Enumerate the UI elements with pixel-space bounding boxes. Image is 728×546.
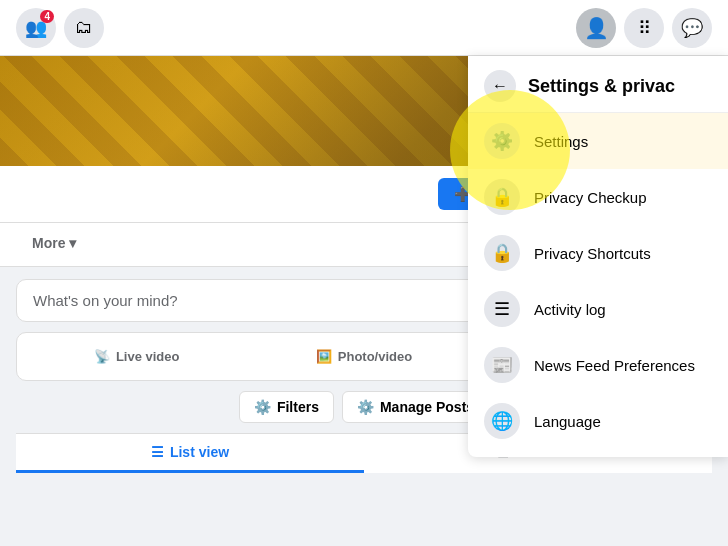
sliders-icon: ⚙️ bbox=[254, 399, 271, 415]
manage-posts-button[interactable]: ⚙️ Manage Posts bbox=[342, 391, 489, 423]
photo-video-button[interactable]: 🖼️ Photo/video bbox=[252, 341, 475, 372]
activity-log-item[interactable]: ☰ Activity log bbox=[468, 281, 728, 337]
settings-icon: ⚙️ bbox=[484, 123, 520, 159]
list-view-button[interactable]: ☰ List view bbox=[16, 434, 364, 473]
photo-icon: 🖼️ bbox=[316, 349, 332, 364]
live-video-button[interactable]: 📡 Live video bbox=[25, 341, 248, 372]
apps-icon[interactable]: ⠿ bbox=[624, 8, 664, 48]
tab-more[interactable]: More ▾ bbox=[16, 223, 92, 266]
privacy-checkup-icon: 🔒 bbox=[484, 179, 520, 215]
messenger-icon[interactable]: 💬 bbox=[672, 8, 712, 48]
top-nav: 👥 4 🗂 👤 ⠿ 💬 bbox=[0, 0, 728, 56]
dropdown-header: ← Settings & privac bbox=[468, 56, 728, 113]
chevron-down-icon: ▾ bbox=[69, 235, 76, 251]
nav-right: 👤 ⠿ 💬 bbox=[576, 8, 712, 48]
news-feed-icon: 📰 bbox=[484, 347, 520, 383]
dropdown-back-button[interactable]: ← bbox=[484, 70, 516, 102]
dropdown-title: Settings & privac bbox=[528, 76, 675, 97]
language-icon: 🌐 bbox=[484, 403, 520, 439]
avatar-blurred[interactable]: 👤 bbox=[576, 8, 616, 48]
notifications-icon[interactable]: 👥 4 bbox=[16, 8, 56, 48]
notification-badge: 4 bbox=[40, 10, 54, 23]
privacy-shortcuts-icon: 🔒 bbox=[484, 235, 520, 271]
list-icon: ☰ bbox=[151, 444, 164, 460]
language-item[interactable]: 🌐 Language bbox=[468, 393, 728, 449]
menu-icon[interactable]: 🗂 bbox=[64, 8, 104, 48]
activity-log-icon: ☰ bbox=[484, 291, 520, 327]
live-icon: 📡 bbox=[94, 349, 110, 364]
news-feed-preferences-item[interactable]: 📰 News Feed Preferences bbox=[468, 337, 728, 393]
filters-button[interactable]: ⚙️ Filters bbox=[239, 391, 334, 423]
privacy-checkup-item[interactable]: 🔒 Privacy Checkup bbox=[468, 169, 728, 225]
nav-left: 👥 4 🗂 bbox=[16, 8, 104, 48]
settings-dropdown: ← Settings & privac ⚙️ Settings 🔒 Privac… bbox=[468, 56, 728, 457]
gear-icon: ⚙️ bbox=[357, 399, 374, 415]
settings-item[interactable]: ⚙️ Settings bbox=[468, 113, 728, 169]
privacy-shortcuts-item[interactable]: 🔒 Privacy Shortcuts bbox=[468, 225, 728, 281]
